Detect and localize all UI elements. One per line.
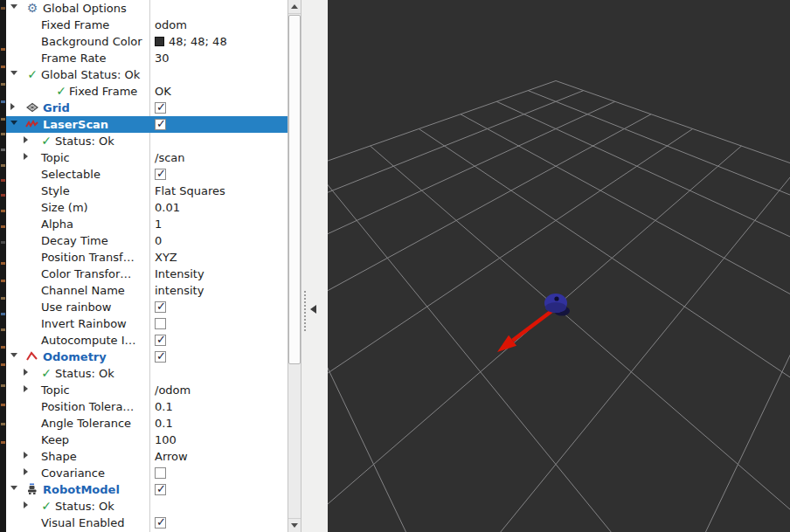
scrollbar-thumb[interactable] [288,15,301,364]
grid-icon [25,100,39,114]
row-label: Invert Rainbow [41,317,127,330]
tree-row-odometry[interactable]: Odometry✓ [6,349,288,365]
tree-row-channel-name[interactable]: Channel Nameintensity [6,282,288,299]
row-value: 0.1 [155,400,173,413]
row-label: Shape [41,450,77,463]
row-label: Grid [43,101,70,114]
expander-right-icon[interactable] [24,369,28,376]
expander-right-icon[interactable] [24,468,28,475]
tree-row-covariance[interactable]: Covariance [6,465,288,481]
splitter-collapse-icon[interactable] [310,305,316,314]
scene-canvas[interactable] [328,0,790,532]
tree-row-robotmodel[interactable]: RobotModel✓ [6,481,288,498]
robot-body-lower [545,302,566,313]
status-ok-check-icon: ✓ [54,84,68,98]
displays-tree: ⚙Global OptionsFixed FrameodomBackground… [6,0,288,532]
splitter-handle-dots[interactable] [304,291,306,331]
background-text-fragment [1,280,5,282]
tree-row-keep[interactable]: Keep100 [6,432,288,448]
expander-down-icon[interactable] [10,71,17,75]
background-text-fragment [1,313,5,315]
tree-row-global-status-ok[interactable]: ✓Global Status: Ok [6,66,288,83]
tree-row-position-transf[interactable]: Position Transf…XYZ [6,249,288,266]
row-value: Flat Squares [155,184,225,197]
checkmark-icon: ✓ [156,349,166,363]
row-label: Odometry [43,350,107,363]
tree-row-fixed-frame[interactable]: Fixed Frameodom [6,17,288,33]
tree-row-decay-time[interactable]: Decay Time0 [6,232,288,249]
background-text-fragment [1,363,5,366]
tree-row-laserscan[interactable]: LaserScan✓ [6,116,288,133]
background-text-fragment [1,262,5,265]
tree-row-angle-tolerance[interactable]: Angle Tolerance0.1 [6,415,288,432]
expander-right-icon[interactable] [24,501,28,508]
row-label: Topic [41,151,70,164]
row-checkbox[interactable]: ✓ [155,169,166,180]
row-label: Background Color [41,35,142,48]
row-checkbox[interactable] [155,318,166,329]
row-label: Decay Time [41,234,108,247]
row-checkbox[interactable]: ✓ [155,484,166,495]
expander-down-icon[interactable] [10,486,17,490]
tree-row-selectable[interactable]: Selectable✓ [6,166,288,183]
tree-row-autocompute-i[interactable]: Autocompute I…✓ [6,332,288,349]
tree-row-status-ok[interactable]: ✓Status: Ok [6,133,288,149]
checkmark-icon: ✓ [156,333,166,347]
tree-row-size-m[interactable]: Size (m)0.01 [6,199,288,216]
tree-row-shape[interactable]: ShapeArrow [6,448,288,465]
tree-row-alpha[interactable]: Alpha1 [6,216,288,232]
row-label: Status: Ok [55,135,114,148]
row-checkbox[interactable] [155,467,166,479]
expander-down-icon[interactable] [10,121,17,125]
displays-scrollbar[interactable] [288,0,301,532]
row-label: Use rainbow [41,301,111,314]
scrollbar-up-button[interactable] [288,0,301,14]
expander-down-icon[interactable] [10,353,17,357]
background-text-fragment [1,66,5,68]
tree-row-visual-enabled[interactable]: Visual Enabled✓ [6,515,288,531]
tree-row-frame-rate[interactable]: Frame Rate30 [6,50,288,66]
tree-row-status-ok[interactable]: ✓Status: Ok [6,498,288,515]
tree-row-fixed-frame[interactable]: ✓Fixed FrameOK [6,83,288,100]
background-window-strip [0,0,6,532]
expander-right-icon[interactable] [24,385,28,392]
expander-right-icon[interactable] [24,136,28,143]
tree-row-invert-rainbow[interactable]: Invert Rainbow [6,315,288,332]
row-value: Intensity [155,267,204,280]
robot-model-icon [25,482,39,496]
row-checkbox[interactable]: ✓ [155,517,166,529]
background-text-fragment [1,404,5,406]
tree-row-color-transfor[interactable]: Color Transfor…Intensity [6,266,288,282]
background-text-fragment [1,328,5,331]
3d-viewport[interactable] [328,0,790,532]
tree-row-topic[interactable]: Topic/scan [6,149,288,166]
background-text-fragment [1,423,5,425]
row-checkbox[interactable]: ✓ [155,102,166,114]
tree-row-style[interactable]: StyleFlat Squares [6,183,288,199]
scrollbar-down-button[interactable] [288,518,301,532]
row-label: RobotModel [43,483,120,496]
row-label: Angle Tolerance [41,417,131,430]
tree-row-status-ok[interactable]: ✓Status: Ok [6,365,288,382]
row-label: Keep [41,433,69,446]
row-checkbox[interactable]: ✓ [155,119,166,130]
expander-down-icon[interactable] [10,4,17,9]
row-checkbox[interactable]: ✓ [155,335,166,346]
tree-row-topic[interactable]: Topic/odom [6,382,288,398]
row-value: Arrow [155,450,188,463]
row-checkbox[interactable]: ✓ [155,351,166,363]
expander-right-icon[interactable] [24,452,28,459]
row-value: odom [155,18,187,31]
expander-right-icon[interactable] [24,153,28,160]
tree-row-background-color[interactable]: Background Color48; 48; 48 [6,33,288,50]
tree-row-use-rainbow[interactable]: Use rainbow✓ [6,299,288,315]
tree-row-grid[interactable]: Grid✓ [6,100,288,116]
expander-right-icon[interactable] [10,103,15,110]
tree-row-position-tolera[interactable]: Position Tolera…0.1 [6,398,288,415]
row-label: Global Options [43,2,127,15]
panel-splitter[interactable] [301,0,328,532]
row-checkbox[interactable]: ✓ [155,301,166,313]
tree-row-global-options[interactable]: ⚙Global Options [6,0,288,17]
row-value: XYZ [155,251,177,264]
row-value: 30 [155,52,170,65]
